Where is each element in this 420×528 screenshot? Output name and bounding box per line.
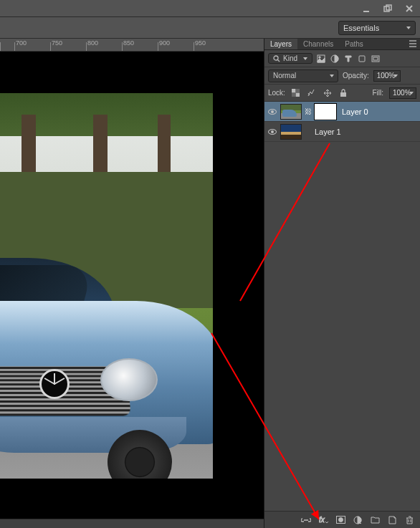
mask-link-icon[interactable]: ⛓ xyxy=(305,107,312,115)
lock-row: Lock: Fill: 100% xyxy=(264,85,420,102)
minimize-button[interactable] xyxy=(355,1,377,16)
ruler-mark: 950 xyxy=(195,39,206,47)
close-button[interactable] xyxy=(398,1,420,16)
new-layer-icon[interactable] xyxy=(387,515,397,525)
title-bar xyxy=(0,0,420,17)
layer-filter-row: Kind xyxy=(264,50,420,67)
svg-text:fx: fx xyxy=(319,516,325,524)
svg-rect-12 xyxy=(296,89,300,93)
opacity-value: 100% xyxy=(377,72,396,80)
fill-value: 100% xyxy=(393,89,411,97)
tab-layers[interactable]: Layers xyxy=(264,39,297,49)
panel-menu-icon[interactable] xyxy=(409,40,417,49)
ruler-mark: 850 xyxy=(123,39,134,47)
svg-rect-10 xyxy=(292,89,296,93)
svg-rect-11 xyxy=(296,93,300,97)
layers-panel-footer: fx xyxy=(264,511,420,528)
filter-type-icon[interactable] xyxy=(343,54,353,64)
filter-shape-icon[interactable] xyxy=(357,54,367,64)
filter-type-select[interactable]: Kind xyxy=(268,53,312,64)
blend-mode-select[interactable]: Normal xyxy=(268,69,338,82)
layers-list: ⛓ Layer 0 Layer 1 xyxy=(264,102,420,511)
lock-transparent-icon[interactable] xyxy=(291,88,301,98)
layer-row[interactable]: ⛓ Layer 0 xyxy=(264,102,420,122)
tab-channels[interactable]: Channels xyxy=(297,39,339,49)
layer-name[interactable]: Layer 0 xyxy=(339,107,368,116)
svg-rect-13 xyxy=(292,93,296,97)
layer-thumbnail[interactable] xyxy=(280,104,302,120)
svg-point-3 xyxy=(274,56,278,60)
workspace-switcher[interactable]: Essentials xyxy=(338,21,416,35)
blend-mode-value: Normal xyxy=(273,72,296,80)
svg-rect-0 xyxy=(363,11,369,12)
ruler-mark: 800 xyxy=(87,39,98,47)
ruler-mark: 900 xyxy=(159,39,170,47)
blend-mode-row: Normal Opacity: 100% xyxy=(264,67,420,85)
opacity-label: Opacity: xyxy=(343,72,369,80)
main-area: 700 750 800 850 900 950 xyxy=(0,39,420,528)
new-group-icon[interactable] xyxy=(370,515,380,525)
lock-label: Lock: xyxy=(268,89,285,97)
svg-rect-9 xyxy=(373,57,378,60)
filter-pixel-icon[interactable] xyxy=(316,54,326,64)
fill-input[interactable]: 100% xyxy=(389,87,416,99)
document-area: 700 750 800 850 900 950 xyxy=(0,39,264,528)
ruler-mark: 750 xyxy=(52,39,62,47)
horizontal-scrollbar[interactable] xyxy=(0,519,264,528)
lock-all-icon[interactable] xyxy=(338,88,348,98)
workspace-label: Essentials xyxy=(343,24,379,32)
lock-position-icon[interactable] xyxy=(323,88,333,98)
panel-tabs: Layers Channels Paths xyxy=(264,39,420,50)
lock-image-icon[interactable] xyxy=(307,88,317,98)
opacity-input[interactable]: 100% xyxy=(373,70,401,82)
visibility-toggle[interactable] xyxy=(267,127,277,137)
layer-row[interactable]: Layer 1 xyxy=(264,122,420,142)
svg-rect-14 xyxy=(340,92,346,97)
adjustment-layer-icon[interactable] xyxy=(353,515,363,525)
canvas-image[interactable] xyxy=(0,93,213,479)
svg-point-17 xyxy=(338,518,343,522)
layer-style-icon[interactable]: fx xyxy=(318,515,328,525)
tab-paths[interactable]: Paths xyxy=(339,39,369,49)
workspace-bar: Essentials xyxy=(0,17,420,39)
canvas-background[interactable] xyxy=(0,52,264,519)
filter-adjustment-icon[interactable] xyxy=(330,54,340,64)
visibility-toggle[interactable] xyxy=(267,107,277,117)
add-mask-icon[interactable] xyxy=(335,515,345,525)
horizontal-ruler[interactable]: 700 750 800 850 900 950 xyxy=(0,39,264,52)
filter-smart-icon[interactable] xyxy=(371,54,381,64)
layer-name[interactable]: Layer 1 xyxy=(305,128,341,136)
svg-point-5 xyxy=(319,56,320,57)
layer-mask-thumbnail[interactable] xyxy=(315,104,336,120)
panels-dock: Layers Channels Paths Kind xyxy=(264,39,420,528)
svg-rect-7 xyxy=(359,56,365,62)
layer-thumbnail[interactable] xyxy=(280,124,302,140)
delete-layer-icon[interactable] xyxy=(404,515,414,525)
filter-type-label: Kind xyxy=(283,54,297,62)
ruler-mark: 700 xyxy=(16,39,27,47)
link-layers-icon[interactable] xyxy=(301,515,311,525)
window-controls xyxy=(355,1,420,16)
fill-label: Fill: xyxy=(372,89,383,97)
maximize-button[interactable] xyxy=(377,1,398,16)
